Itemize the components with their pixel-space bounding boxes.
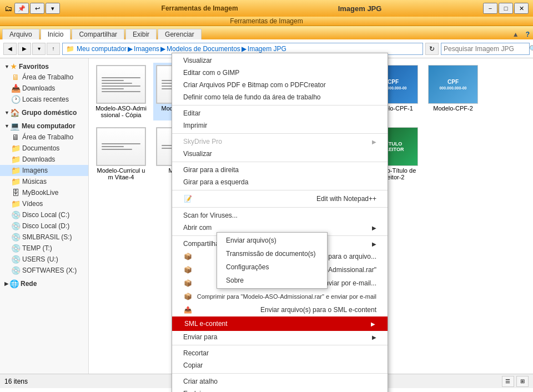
tab-gerenciar[interactable]: Gerenciar bbox=[158, 29, 202, 39]
drive-icon: 💿 bbox=[11, 210, 20, 219]
nav-buttons: ◀ ▶ ▾ ↑ bbox=[3, 43, 60, 55]
menu-item-skydrive[interactable]: SkyDrive Pro ▶ bbox=[172, 135, 388, 148]
menu-item-enviar-sml[interactable]: 📤 Enviar arquivo(s) para o SML e-content bbox=[172, 303, 388, 316]
maximize-button[interactable]: □ bbox=[499, 3, 513, 14]
sidebar-item-softwares[interactable]: 💿 SOFTWARES (X:) bbox=[0, 265, 88, 276]
sidebar-item-videos[interactable]: 📁 Vídeos bbox=[0, 198, 88, 209]
sidebar-item-downloads[interactable]: 📁 Downloads bbox=[0, 154, 88, 165]
sidebar-item-area-de-trabalho-fav[interactable]: 🖥 Área de Trabalho bbox=[0, 72, 88, 83]
help-icon[interactable]: ? bbox=[522, 29, 533, 39]
refresh-button[interactable]: ↻ bbox=[425, 43, 439, 55]
submenu-sml: Enviar arquivo(s) Transmissão de documen… bbox=[217, 232, 328, 289]
sidebar-item-label: Área de Trabalho bbox=[22, 73, 73, 81]
menu-item-recortar[interactable]: Recortar bbox=[172, 347, 388, 359]
quick-access-pin[interactable]: 📌 bbox=[14, 3, 29, 14]
desktop-icon: 🖥 bbox=[11, 133, 20, 142]
minimize-button[interactable]: − bbox=[483, 3, 497, 14]
search-input[interactable] bbox=[441, 43, 529, 54]
path-part-4[interactable]: Imagem JPG bbox=[248, 45, 286, 53]
forward-button[interactable]: ▶ bbox=[18, 43, 31, 55]
folder-icon: 📁 bbox=[11, 155, 20, 164]
menu-item-girar-direita[interactable]: Girar para a direita bbox=[172, 164, 388, 176]
sidebar-item-documentos[interactable]: 📁 Documentos bbox=[0, 143, 88, 154]
menu-item-girar-esquerda[interactable]: Girar para a esquerda bbox=[172, 176, 388, 188]
sidebar-item-mybooklive[interactable]: 🗄 MyBookLive bbox=[0, 187, 88, 198]
list-item[interactable]: Modelo-Curricul um Vitae-4 bbox=[93, 125, 149, 183]
menu-item-visualizar[interactable]: Visualizar bbox=[172, 54, 388, 67]
menu-item-criar-pdf[interactable]: Criar Arquivos PDF e Bitmap com o PDFCre… bbox=[172, 79, 388, 91]
nas-icon: 🗄 bbox=[11, 188, 20, 197]
app-icon: 🗂 bbox=[4, 4, 12, 13]
up-button[interactable]: ↑ bbox=[47, 43, 60, 55]
sidebar-item-smlbrasil[interactable]: 💿 SMLBRASIL (S:) bbox=[0, 232, 88, 243]
sidebar-home-group-header[interactable]: ▼ 🏠 Grupo doméstico bbox=[0, 107, 88, 118]
tools-title: Ferramentas de Imagem bbox=[162, 4, 238, 13]
menu-item-notepad[interactable]: 📝 Edit with Notepad++ bbox=[172, 192, 388, 205]
menu-item-scan[interactable]: Scan for Viruses... bbox=[172, 209, 388, 222]
tab-arquivo[interactable]: Arquivo bbox=[2, 29, 39, 39]
submenu-item-transmissao[interactable]: Transmissão de documento(s) bbox=[217, 247, 327, 260]
status-item-count: 16 itens bbox=[4, 378, 28, 385]
recent-button[interactable]: ▾ bbox=[32, 43, 46, 55]
sidebar-item-label: Músicas bbox=[22, 178, 47, 185]
list-item[interactable]: Modelo-ASO-Admissional - Cópia bbox=[93, 63, 149, 120]
close-button[interactable]: ✕ bbox=[514, 3, 529, 14]
sidebar-item-area-de-trabalho[interactable]: 🖥 Área de Trabalho bbox=[0, 132, 88, 143]
back-button[interactable]: ◀ bbox=[3, 43, 17, 55]
menu-item-imprimir[interactable]: Imprimir bbox=[172, 119, 388, 132]
notepad-icon: 📝 bbox=[183, 194, 192, 203]
sidebar-item-musicas[interactable]: 📁 Músicas bbox=[0, 176, 88, 187]
view-details-button[interactable]: ☰ bbox=[502, 376, 514, 387]
quick-access-undo[interactable]: ↩ bbox=[30, 3, 44, 14]
list-item[interactable]: CPF 000.000.000-00 Modelo-CPF-2 bbox=[425, 63, 481, 120]
sidebar-item-users[interactable]: 💿 USERS (U:) bbox=[0, 254, 88, 265]
search-icon[interactable]: 🔍 bbox=[529, 43, 533, 54]
sidebar-item-disco-c[interactable]: 💿 Disco Local (C:) bbox=[0, 209, 88, 220]
menu-item-sml-econtent[interactable]: SML e-content ▶ bbox=[172, 316, 388, 331]
arrow-icon: ▶ bbox=[372, 225, 376, 231]
menu-item-criar-atalho[interactable]: Criar atalho bbox=[172, 375, 388, 388]
arrow-icon: ▶ bbox=[371, 321, 375, 327]
tab-compartilhar[interactable]: Compartilhar bbox=[72, 29, 124, 39]
sidebar-item-downloads-fav[interactable]: 📥 Downloads bbox=[0, 83, 88, 94]
submenu-item-sobre[interactable]: Sobre bbox=[217, 274, 327, 287]
path-part-3[interactable]: Modelos de Documentos bbox=[167, 45, 240, 53]
sidebar-computer-header[interactable]: ▼ 💻 Meu computador bbox=[0, 120, 88, 132]
sidebar-favorites-header[interactable]: ▼ ★ Favoritos bbox=[0, 62, 88, 72]
sidebar-item-imagens[interactable]: 📁 Imagens bbox=[0, 165, 88, 176]
view-large-icons-button[interactable]: ⊞ bbox=[516, 376, 529, 387]
quick-access-dropdown[interactable]: ▾ bbox=[46, 3, 60, 14]
sidebar-item-temp[interactable]: 💿 TEMP (T:) bbox=[0, 243, 88, 254]
menu-item-comprimir-rar-email[interactable]: 📦 Comprimir para "Modelo-ASO-Admissional… bbox=[172, 290, 388, 303]
drive-icon: 💿 bbox=[11, 233, 20, 242]
tab-exibir[interactable]: Exibir bbox=[125, 29, 157, 39]
favorites-expand-icon: ▼ bbox=[4, 64, 9, 69]
folder-icon: 📁 bbox=[11, 177, 20, 186]
menu-item-editar[interactable]: Editar bbox=[172, 107, 388, 119]
archive-icon: 📦 bbox=[183, 292, 192, 301]
home-group-label: Grupo doméstico bbox=[22, 109, 77, 117]
menu-item-editar-gimp[interactable]: Editar com o GIMP bbox=[172, 67, 388, 79]
menu-item-copiar[interactable]: Copiar bbox=[172, 359, 388, 371]
drive-icon: 💿 bbox=[11, 266, 20, 275]
sidebar-item-locais-recentes[interactable]: 🕐 Locais recentes bbox=[0, 94, 88, 105]
ribbon-expand[interactable]: ▲ bbox=[509, 29, 522, 39]
arrow-icon: ▶ bbox=[372, 139, 376, 145]
sidebar-network-header[interactable]: ▶ 🌐 Rede bbox=[0, 278, 88, 289]
archive-icon: 📦 bbox=[183, 279, 192, 288]
menu-item-enviar-para[interactable]: Enviar para ▶ bbox=[172, 331, 388, 343]
menu-item-definir-fundo[interactable]: Definir como tela de fundo da área de tr… bbox=[172, 91, 388, 103]
sidebar-item-label: Downloads bbox=[22, 84, 55, 92]
file-name: Modelo-CPF-2 bbox=[433, 105, 473, 112]
path-part-2[interactable]: Imagens bbox=[134, 45, 159, 53]
menu-item-excluir[interactable]: Excluir bbox=[172, 388, 388, 392]
window-controls: − □ ✕ bbox=[483, 3, 529, 14]
submenu-item-configuracoes[interactable]: Configurações bbox=[217, 260, 327, 274]
drive-icon: 💿 bbox=[11, 255, 20, 264]
tab-inicio[interactable]: Início bbox=[41, 29, 71, 39]
sidebar-item-label: USERS (U:) bbox=[22, 255, 58, 263]
menu-item-visualizar2[interactable]: Visualizar bbox=[172, 148, 388, 160]
path-part-1[interactable]: Meu computador bbox=[77, 45, 127, 53]
sidebar-item-disco-d[interactable]: 💿 Disco Local (D:) bbox=[0, 220, 88, 232]
submenu-item-enviar-arquivos[interactable]: Enviar arquivo(s) bbox=[217, 234, 327, 247]
